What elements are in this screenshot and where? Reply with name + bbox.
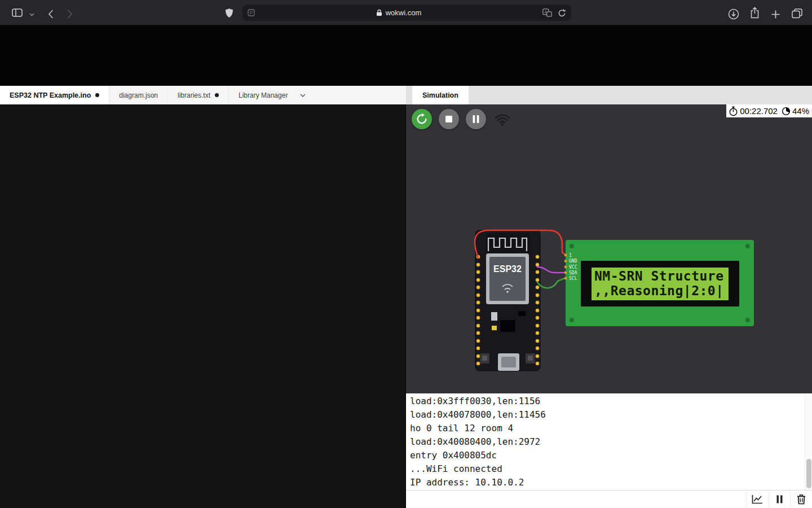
- pause-icon: [473, 115, 479, 123]
- reader-icon: [248, 9, 255, 16]
- forward-button[interactable]: [67, 10, 73, 19]
- clear-console-button[interactable]: [790, 491, 812, 508]
- reload-icon[interactable]: [558, 8, 566, 17]
- usb-connector-inner: [501, 357, 516, 367]
- code-editor[interactable]: [0, 104, 405, 508]
- lcd-pin-label-sda: SDA: [569, 270, 577, 275]
- console-scrollbar-thumb[interactable]: [806, 459, 811, 488]
- wifi-status: [495, 113, 510, 128]
- tab-diagram-json[interactable]: diagram.json: [109, 86, 168, 104]
- tab-label: diagram.json: [119, 91, 158, 99]
- pause-simulation-button[interactable]: [466, 109, 486, 129]
- lcd1602-module[interactable]: NM-SRN Structure ,,Reasoning|2:0|: [566, 240, 754, 326]
- crystal: [491, 312, 497, 321]
- tab-label: Simulation: [422, 91, 458, 99]
- simulation-status-badge: 00:22.702 44%: [726, 104, 812, 117]
- page-header-area: [0, 25, 812, 86]
- translate-icon[interactable]: A: [542, 8, 552, 17]
- serial-line: entry 0x400805dc: [406, 449, 812, 462]
- unsaved-dot: [95, 93, 99, 97]
- board-label: ESP32: [493, 264, 522, 274]
- sidebar-toggle-button[interactable]: [12, 8, 23, 17]
- esp32-left-pins: [476, 255, 480, 365]
- tab-label: Library Manager: [239, 91, 288, 99]
- sidebar-menu-chevron[interactable]: [29, 13, 34, 16]
- url-bar[interactable]: wokwi.com A: [242, 5, 571, 21]
- screen: wokwi.com A: [0, 0, 812, 508]
- tab-library-manager[interactable]: Library Manager: [229, 86, 315, 104]
- regulator-chip: [518, 311, 526, 316]
- tab-libraries-txt[interactable]: libraries.txt: [168, 86, 229, 104]
- plot-button[interactable]: [746, 491, 768, 508]
- privacy-shield-button[interactable]: [225, 8, 233, 18]
- share-button[interactable]: [750, 7, 760, 19]
- lcd-pin-label-scl: SCL: [569, 276, 577, 281]
- url-text: wokwi.com: [386, 8, 422, 17]
- sidebar-icon: [12, 8, 23, 17]
- en-button-cap: [482, 356, 487, 361]
- circuit-canvas[interactable]: NM-SRN Structure ,,Reasoning|2:0| ESP32: [406, 104, 812, 393]
- serial-pause-button[interactable]: [768, 491, 790, 508]
- lcd-line-2: ,,Reasoning|2:0|: [594, 283, 724, 299]
- tab-sketch-file[interactable]: ESP32 NTP Example.ino: [0, 86, 109, 104]
- wire-purple[interactable]: [537, 267, 564, 273]
- cpu-gauge-icon: [782, 107, 791, 116]
- restart-simulation-button[interactable]: [412, 109, 432, 129]
- lcd-pin-label-vcc: VCC: [569, 265, 577, 270]
- restart-icon: [416, 113, 428, 125]
- serial-toolbar: [406, 490, 812, 508]
- usb-chip: [500, 320, 515, 332]
- download-icon: [728, 8, 739, 20]
- tab-simulation[interactable]: Simulation: [412, 86, 469, 104]
- downloads-button[interactable]: [728, 8, 739, 20]
- chevron-down-icon: [300, 94, 306, 97]
- shield-icon: [225, 8, 233, 18]
- chevron-down-icon: [29, 13, 34, 16]
- serial-line: ...WiFi connected: [406, 462, 812, 476]
- back-button[interactable]: [48, 10, 54, 19]
- serial-line: load:0x3fff0030,len:1156: [406, 395, 812, 408]
- serial-monitor[interactable]: load:0x3fff0030,len:1156 load:0x40078000…: [406, 393, 812, 490]
- back-icon: [48, 10, 54, 19]
- new-tab-button[interactable]: [771, 10, 780, 19]
- console-scrollbar[interactable]: [805, 393, 812, 490]
- serial-line: ho 0 tail 12 room 4: [406, 422, 812, 435]
- serial-line: load:0x40080400,len:2972: [406, 435, 812, 449]
- browser-toolbar: wokwi.com A: [0, 0, 812, 25]
- simulation-timer: 00:22.702: [740, 106, 778, 116]
- tab-label: ESP32 NTP Example.ino: [10, 91, 91, 99]
- share-icon: [750, 7, 760, 19]
- stop-icon: [445, 116, 452, 122]
- cpu-load: 44%: [792, 106, 809, 116]
- wire-green[interactable]: [537, 278, 564, 288]
- esp32-board[interactable]: ESP32: [475, 230, 540, 371]
- esp32-right-pins: [536, 255, 539, 365]
- new-tab-icon: [771, 10, 780, 19]
- tab-label: libraries.txt: [178, 91, 210, 99]
- unsaved-dot: [215, 93, 219, 97]
- wifi-icon: [495, 113, 510, 126]
- lock-icon: [376, 9, 382, 16]
- stop-simulation-button[interactable]: [439, 109, 459, 129]
- lcd-line-1: NM-SRN Structure: [594, 269, 724, 283]
- trash-icon: [796, 494, 806, 505]
- serial-pause-icon: [776, 495, 783, 503]
- serial-line: load:0x40078000,len:11456: [406, 408, 812, 422]
- boot-button-cap: [528, 356, 533, 361]
- plot-icon: [752, 494, 763, 504]
- forward-icon: [67, 10, 73, 19]
- serial-line: IP address: 10.10.0.2: [406, 476, 812, 489]
- capacitor: [492, 326, 497, 330]
- simulation-panel: NM-SRN Structure ,,Reasoning|2:0| ESP32: [406, 104, 812, 393]
- lcd-pin-label-1: 1: [569, 253, 572, 258]
- tab-overview-button[interactable]: [792, 8, 802, 19]
- lcd-pin-label-gnd: GND: [569, 259, 577, 264]
- simulation-tabbar: Simulation: [406, 86, 812, 104]
- editor-tabbar: ESP32 NTP Example.ino diagram.json libra…: [0, 86, 406, 104]
- stopwatch-icon: [729, 106, 738, 116]
- tabs-overview-icon: [792, 8, 802, 19]
